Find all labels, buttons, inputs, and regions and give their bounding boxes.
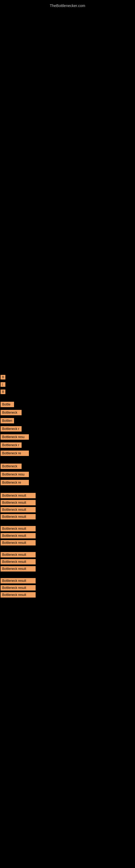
site-title: TheBottlenecker.com: [0, 1, 135, 10]
bottleneck-item: Bottleneck result: [0, 506, 135, 513]
bottleneck-item: Bottleneck r: [0, 442, 135, 450]
bottleneck-item: Bottleneck result: [0, 492, 135, 499]
bottleneck-item: Bottleneck r: [0, 426, 135, 433]
bottleneck-label: Bottleneck: [1, 410, 21, 415]
bottleneck-list: B|BBottleBottleneckBottlenBottleneck rBo…: [0, 374, 135, 599]
bottleneck-item: Bottleneck re: [0, 479, 135, 487]
bottleneck-item: Bottleneck: [0, 463, 135, 471]
bottleneck-item: Bottleneck result: [0, 558, 135, 565]
bottleneck-label: Bottle: [1, 402, 14, 407]
bottleneck-label: Bottleneck: [1, 464, 21, 469]
bottleneck-item: B: [0, 389, 135, 396]
bottleneck-label: Bottleneck resu: [1, 472, 29, 477]
bottleneck-label: Bottleneck result: [1, 540, 36, 546]
bottleneck-item: Bottleneck result: [0, 514, 135, 520]
bottleneck-item: Bottlen: [0, 417, 135, 425]
bottleneck-label: Bottlen: [1, 418, 14, 424]
bottleneck-item: Bottleneck resu: [0, 471, 135, 479]
bottleneck-item: Bottleneck result: [0, 592, 135, 598]
bottleneck-item: Bottle: [0, 401, 135, 409]
bottleneck-label: Bottleneck result: [1, 493, 36, 498]
bottleneck-label: Bottleneck result: [1, 533, 36, 538]
bottleneck-item: |: [0, 382, 135, 389]
bottleneck-item: Bottleneck result: [0, 552, 135, 558]
bottleneck-label: Bottleneck r: [1, 426, 21, 432]
bottleneck-label: B: [1, 390, 5, 394]
bottleneck-label: Bottleneck re: [1, 451, 29, 456]
bottleneck-label: Bottleneck re: [1, 480, 29, 485]
bottleneck-label: Bottleneck result: [1, 507, 36, 513]
bottleneck-label: |: [1, 382, 5, 387]
bottleneck-item: Bottleneck result: [0, 532, 135, 539]
bottleneck-label: Bottleneck result: [1, 566, 36, 571]
bottleneck-label: Bottleneck result: [1, 552, 36, 557]
bottleneck-item: Bottleneck: [0, 409, 135, 417]
bottleneck-item: Bottleneck result: [0, 499, 135, 506]
bottleneck-label: Bottleneck result: [1, 500, 36, 505]
bottleneck-label: Bottleneck result: [1, 585, 36, 590]
bottleneck-item: Bottleneck result: [0, 585, 135, 591]
bottleneck-label: Bottleneck result: [1, 559, 36, 564]
bottleneck-item: Bottleneck resu: [0, 434, 135, 441]
bottleneck-label: Bottleneck resu: [1, 434, 29, 440]
bottleneck-label: Bottleneck result: [1, 514, 36, 520]
bottleneck-item: B: [0, 374, 135, 381]
bottleneck-item: Bottleneck result: [0, 525, 135, 532]
bottleneck-item: Bottleneck result: [0, 565, 135, 572]
bottleneck-label: B: [1, 375, 5, 379]
bottleneck-label: Bottleneck result: [1, 578, 36, 584]
bottleneck-item: Bottleneck result: [0, 578, 135, 584]
bottleneck-label: Bottleneck r: [1, 442, 21, 448]
bottleneck-item: Bottleneck result: [0, 539, 135, 546]
bottleneck-label: Bottleneck result: [1, 592, 36, 597]
bottleneck-item: Bottleneck re: [0, 450, 135, 458]
bottleneck-label: Bottleneck result: [1, 526, 36, 531]
